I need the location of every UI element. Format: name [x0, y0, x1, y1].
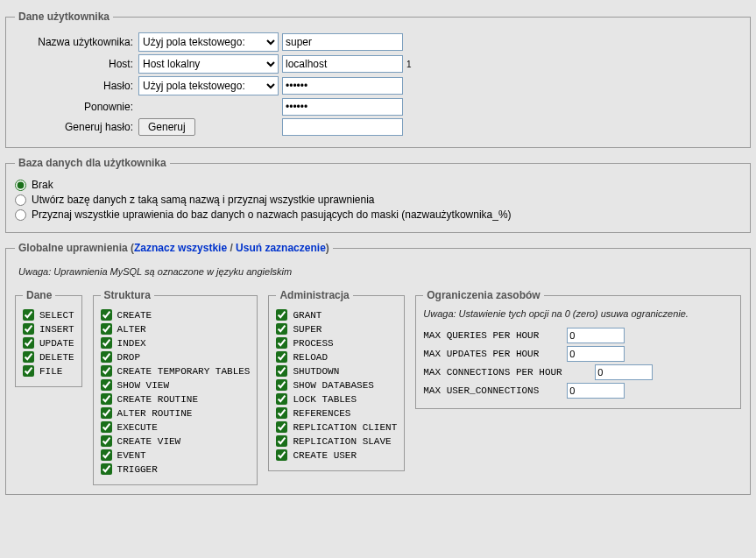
- priv-structure-item-7[interactable]: ALTER ROUTINE: [101, 407, 251, 419]
- priv-admin-checkbox-3[interactable]: [276, 351, 287, 363]
- priv-structure-item-2[interactable]: INDEX: [101, 337, 251, 349]
- priv-data-checkbox-0[interactable]: [23, 309, 34, 321]
- password-input[interactable]: [282, 77, 403, 95]
- db-opt-2[interactable]: Przyznaj wszystkie uprawienia do baz dan…: [15, 208, 741, 221]
- priv-structure-label-2: INDEX: [117, 338, 146, 349]
- priv-admin-checkbox-2[interactable]: [276, 337, 287, 349]
- priv-admin-item-8[interactable]: REPLICATION CLIENT: [276, 421, 397, 433]
- priv-structure-checkbox-10[interactable]: [101, 449, 112, 461]
- row-generate: Generuj hasło: Generuj: [15, 118, 741, 136]
- resources-note: Uwaga: Ustawienie tych opcji na 0 (zero)…: [423, 308, 733, 319]
- username-select[interactable]: Użyj pola tekstowego:: [138, 32, 279, 52]
- db-radio-2[interactable]: [15, 209, 26, 221]
- priv-data-item-0[interactable]: SELECT: [23, 309, 74, 321]
- password-select[interactable]: Użyj pola tekstowego:: [138, 76, 279, 95]
- priv-structure-item-8[interactable]: EXECUTE: [101, 421, 251, 433]
- priv-data-item-1[interactable]: INSERT: [23, 323, 74, 335]
- res-input-3[interactable]: [567, 383, 625, 399]
- repeat-input[interactable]: [282, 98, 403, 116]
- priv-structure-label-4: CREATE TEMPORARY TABLES: [117, 366, 251, 377]
- priv-structure-checkbox-3[interactable]: [101, 351, 112, 363]
- priv-structure-checkbox-5[interactable]: [101, 379, 112, 391]
- host-input[interactable]: [282, 55, 403, 73]
- priv-structure-checkbox-7[interactable]: [101, 407, 112, 419]
- priv-admin-item-7[interactable]: REFERENCES: [276, 407, 397, 419]
- db-opt-1[interactable]: Utwórz bazę danych z taką samą nazwą i p…: [15, 194, 741, 206]
- col-admin-legend: Administracja: [276, 289, 352, 301]
- priv-structure-checkbox-9[interactable]: [101, 435, 112, 447]
- res-row-0: MAX QUERIES PER HOUR: [423, 328, 733, 343]
- db-radio-0[interactable]: [15, 180, 26, 191]
- priv-structure-checkbox-11[interactable]: [101, 463, 112, 475]
- priv-data-checkbox-4[interactable]: [23, 365, 34, 377]
- priv-admin-label-10: CREATE USER: [293, 450, 357, 461]
- global-legend-sep: /: [227, 242, 236, 254]
- priv-admin-item-6[interactable]: LOCK TABLES: [276, 393, 397, 405]
- priv-admin-checkbox-1[interactable]: [276, 323, 287, 335]
- priv-structure-label-1: ALTER: [117, 324, 146, 335]
- res-label-1: MAX UPDATES PER HOUR: [423, 349, 562, 359]
- priv-structure-checkbox-6[interactable]: [101, 393, 112, 405]
- db-radio-1[interactable]: [15, 194, 26, 206]
- priv-admin-checkbox-7[interactable]: [276, 407, 287, 419]
- priv-admin-checkbox-10[interactable]: [276, 449, 287, 461]
- priv-data-item-2[interactable]: UPDATE: [23, 337, 74, 349]
- generate-button[interactable]: Generuj: [138, 118, 195, 136]
- priv-structure-item-9[interactable]: CREATE VIEW: [101, 435, 251, 447]
- host-select[interactable]: Host lokalny: [138, 54, 279, 74]
- priv-data-item-3[interactable]: DELETE: [23, 351, 74, 363]
- priv-data-checkbox-2[interactable]: [23, 337, 34, 349]
- priv-structure-checkbox-0[interactable]: [101, 309, 112, 321]
- priv-admin-label-2: PROCESS: [293, 338, 333, 349]
- priv-admin-item-10[interactable]: CREATE USER: [276, 449, 397, 461]
- priv-data-checkbox-1[interactable]: [23, 323, 34, 335]
- uncheck-all-link[interactable]: Usuń zaznaczenie: [236, 242, 326, 254]
- priv-admin-item-1[interactable]: SUPER: [276, 323, 397, 335]
- priv-data-checkbox-3[interactable]: [23, 351, 34, 363]
- priv-structure-item-0[interactable]: CREATE: [101, 309, 251, 321]
- priv-admin-checkbox-0[interactable]: [276, 309, 287, 321]
- generate-output[interactable]: [282, 118, 403, 136]
- priv-structure-item-4[interactable]: CREATE TEMPORARY TABLES: [101, 365, 251, 377]
- res-input-1[interactable]: [567, 346, 625, 362]
- check-all-link[interactable]: Zaznacz wszystkie: [134, 242, 227, 254]
- priv-admin-item-0[interactable]: GRANT: [276, 309, 397, 321]
- row-repeat: Ponownie:: [15, 98, 741, 116]
- db-legend: Baza danych dla użytkownika: [15, 157, 170, 169]
- priv-columns: Dane SELECTINSERTUPDATEDELETEFILE Strukt…: [15, 289, 741, 485]
- priv-admin-label-4: SHUTDOWN: [293, 366, 339, 377]
- username-input[interactable]: [282, 33, 403, 51]
- priv-structure-item-6[interactable]: CREATE ROUTINE: [101, 393, 251, 405]
- res-input-2[interactable]: [595, 364, 653, 380]
- priv-admin-item-5[interactable]: SHOW DATABASES: [276, 379, 397, 391]
- priv-admin-item-2[interactable]: PROCESS: [276, 337, 397, 349]
- priv-admin-checkbox-6[interactable]: [276, 393, 287, 405]
- priv-structure-label-7: ALTER ROUTINE: [117, 408, 193, 419]
- priv-structure-checkbox-4[interactable]: [101, 365, 112, 377]
- priv-admin-checkbox-9[interactable]: [276, 435, 287, 447]
- priv-admin-label-5: SHOW DATABASES: [293, 380, 373, 391]
- priv-structure-checkbox-2[interactable]: [101, 337, 112, 349]
- db-opt-0[interactable]: Brak: [15, 179, 741, 191]
- priv-admin-checkbox-8[interactable]: [276, 421, 287, 433]
- res-input-0[interactable]: [567, 328, 625, 343]
- priv-data-label-2: UPDATE: [39, 338, 74, 349]
- priv-structure-item-5[interactable]: SHOW VIEW: [101, 379, 251, 391]
- priv-structure-item-3[interactable]: DROP: [101, 351, 251, 363]
- priv-structure-item-1[interactable]: ALTER: [101, 323, 251, 335]
- priv-structure-label-6: CREATE ROUTINE: [117, 394, 198, 405]
- priv-structure-checkbox-8[interactable]: [101, 421, 112, 433]
- priv-admin-checkbox-5[interactable]: [276, 379, 287, 391]
- label-username: Nazwa użytkownika:: [15, 36, 138, 48]
- res-label-0: MAX QUERIES PER HOUR: [423, 330, 562, 341]
- priv-structure-item-11[interactable]: TRIGGER: [101, 463, 251, 475]
- res-label-3: MAX USER_CONNECTIONS: [423, 385, 562, 396]
- priv-data-item-4[interactable]: FILE: [23, 365, 74, 377]
- priv-admin-item-3[interactable]: RELOAD: [276, 351, 397, 363]
- priv-admin-checkbox-4[interactable]: [276, 365, 287, 377]
- priv-admin-item-9[interactable]: REPLICATION SLAVE: [276, 435, 397, 447]
- priv-structure-item-10[interactable]: EVENT: [101, 449, 251, 461]
- priv-structure-label-0: CREATE: [117, 310, 152, 321]
- priv-structure-checkbox-1[interactable]: [101, 323, 112, 335]
- priv-admin-item-4[interactable]: SHUTDOWN: [276, 365, 397, 377]
